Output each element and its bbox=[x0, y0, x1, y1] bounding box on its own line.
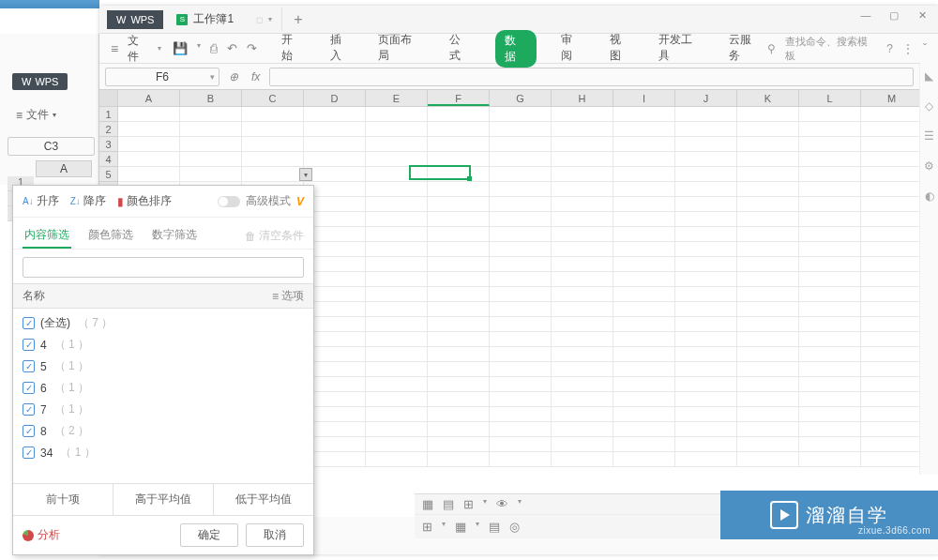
cell[interactable] bbox=[613, 212, 675, 227]
side-select-icon[interactable]: ☰ bbox=[920, 129, 938, 143]
new-tab-button[interactable]: + bbox=[282, 11, 313, 28]
collapse-icon[interactable]: ˇ bbox=[923, 42, 927, 55]
cell[interactable] bbox=[675, 377, 737, 392]
cell[interactable] bbox=[552, 137, 613, 152]
cell[interactable] bbox=[737, 347, 799, 362]
filter-item[interactable]: ✓8（ 2 ） bbox=[23, 420, 304, 442]
cell[interactable] bbox=[737, 227, 799, 242]
view-normal-icon[interactable]: ▦ bbox=[422, 497, 433, 511]
checkbox-icon[interactable]: ✓ bbox=[23, 403, 35, 416]
cell[interactable] bbox=[552, 362, 613, 377]
cell[interactable] bbox=[613, 152, 675, 167]
cell[interactable] bbox=[675, 167, 737, 182]
filter-item[interactable]: ✓6（ 1 ） bbox=[23, 377, 304, 399]
ribbon-tab-3[interactable]: 公式 bbox=[447, 30, 474, 68]
cell[interactable] bbox=[366, 437, 428, 452]
cell[interactable] bbox=[366, 362, 428, 377]
ribbon-tab-4[interactable]: 数据 bbox=[495, 30, 537, 68]
cell[interactable] bbox=[552, 437, 613, 452]
cell[interactable] bbox=[799, 137, 861, 152]
cell[interactable] bbox=[366, 392, 428, 407]
options-link[interactable]: ≡选项 bbox=[272, 288, 304, 304]
cell[interactable] bbox=[428, 407, 490, 422]
cell[interactable] bbox=[180, 167, 242, 182]
column-header[interactable]: D bbox=[304, 90, 366, 106]
cell[interactable] bbox=[799, 257, 861, 272]
cell[interactable] bbox=[799, 362, 861, 377]
layout-icon[interactable]: ▦ bbox=[455, 520, 466, 534]
cell[interactable] bbox=[799, 182, 861, 197]
cell[interactable] bbox=[799, 437, 861, 452]
row-header[interactable]: 5 bbox=[99, 167, 118, 182]
cell[interactable] bbox=[675, 137, 737, 152]
cell[interactable] bbox=[675, 242, 737, 257]
cell[interactable] bbox=[490, 452, 552, 467]
fx-icon[interactable]: fx bbox=[248, 70, 264, 83]
cell[interactable] bbox=[366, 257, 428, 272]
ribbon-tab-6[interactable]: 视图 bbox=[608, 30, 634, 68]
cell[interactable] bbox=[613, 167, 675, 182]
cell[interactable] bbox=[366, 167, 428, 182]
column-header[interactable]: C bbox=[242, 90, 304, 106]
cell[interactable] bbox=[675, 452, 737, 467]
cell[interactable] bbox=[118, 152, 180, 167]
side-circle-icon[interactable]: ◐ bbox=[920, 189, 938, 203]
cell[interactable] bbox=[552, 212, 613, 227]
cell[interactable] bbox=[737, 272, 799, 287]
ribbon-tab-2[interactable]: 页面布局 bbox=[376, 30, 424, 68]
cell[interactable] bbox=[613, 407, 675, 422]
cell[interactable] bbox=[799, 287, 861, 302]
close-icon[interactable]: ✕ bbox=[912, 8, 932, 23]
cell[interactable] bbox=[613, 377, 675, 392]
search-icon[interactable]: ⚲ bbox=[767, 42, 776, 55]
cell[interactable] bbox=[428, 452, 490, 467]
cell[interactable] bbox=[490, 317, 552, 332]
cell[interactable] bbox=[613, 107, 675, 122]
cell[interactable] bbox=[242, 137, 304, 152]
column-header[interactable]: I bbox=[613, 90, 675, 106]
cell[interactable] bbox=[613, 137, 675, 152]
column-header[interactable]: B bbox=[180, 90, 242, 106]
cell[interactable] bbox=[366, 212, 428, 227]
cell[interactable] bbox=[180, 137, 242, 152]
checkbox-icon[interactable]: ✓ bbox=[23, 317, 35, 329]
column-header[interactable]: M bbox=[861, 90, 923, 106]
cell[interactable] bbox=[490, 227, 552, 242]
cell[interactable] bbox=[366, 107, 428, 122]
ok-button[interactable]: 确定 bbox=[180, 523, 238, 547]
cell[interactable] bbox=[861, 137, 923, 152]
cell[interactable] bbox=[861, 152, 923, 167]
cell[interactable] bbox=[428, 422, 490, 437]
cell[interactable] bbox=[552, 197, 613, 212]
color-sort-button[interactable]: ▮颜色排序 bbox=[117, 193, 172, 209]
cell[interactable] bbox=[490, 422, 552, 437]
cell[interactable] bbox=[180, 152, 242, 167]
checkbox-icon[interactable]: ✓ bbox=[23, 339, 35, 351]
cell[interactable] bbox=[861, 197, 923, 212]
cell[interactable] bbox=[737, 332, 799, 347]
cell[interactable] bbox=[613, 422, 675, 437]
cell[interactable] bbox=[490, 272, 552, 287]
cell[interactable] bbox=[675, 422, 737, 437]
cell[interactable] bbox=[737, 152, 799, 167]
cell[interactable] bbox=[737, 407, 799, 422]
cell[interactable] bbox=[490, 137, 552, 152]
cell[interactable] bbox=[118, 137, 180, 152]
cell[interactable] bbox=[737, 437, 799, 452]
cell[interactable] bbox=[613, 317, 675, 332]
cell[interactable] bbox=[675, 392, 737, 407]
cell[interactable] bbox=[428, 182, 490, 197]
cell[interactable] bbox=[428, 242, 490, 257]
cell[interactable] bbox=[613, 392, 675, 407]
cell[interactable] bbox=[428, 227, 490, 242]
cell[interactable] bbox=[675, 332, 737, 347]
cell[interactable] bbox=[799, 152, 861, 167]
cell[interactable] bbox=[242, 107, 304, 122]
checkbox-icon[interactable]: ✓ bbox=[23, 446, 35, 459]
cell[interactable] bbox=[861, 287, 923, 302]
cell[interactable] bbox=[799, 452, 861, 467]
cell[interactable] bbox=[552, 107, 613, 122]
cell[interactable] bbox=[613, 197, 675, 212]
cell[interactable] bbox=[552, 377, 613, 392]
cell[interactable] bbox=[737, 197, 799, 212]
